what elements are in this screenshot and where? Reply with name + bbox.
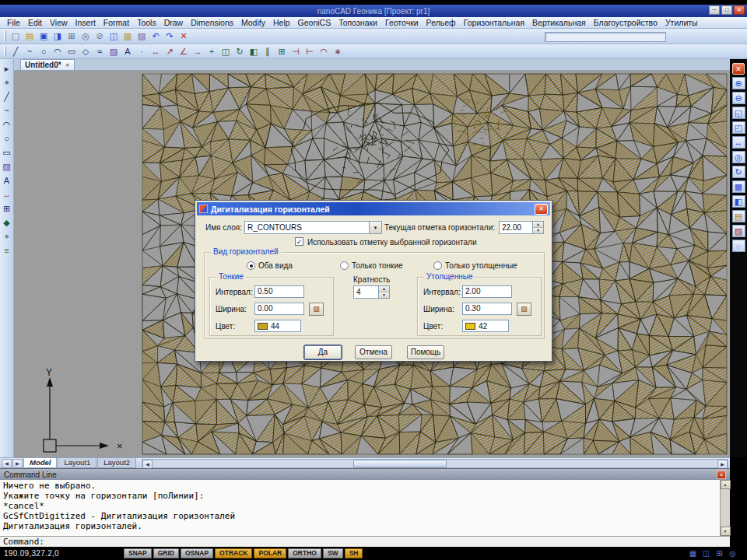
scroll-up-icon[interactable]: ▲ — [721, 480, 731, 489]
otrack-toggle[interactable]: OTRACK — [215, 548, 252, 558]
thick-width-field[interactable]: 0.30 — [462, 303, 512, 315]
save-icon[interactable]: ▣ — [37, 30, 51, 43]
measure-icon[interactable]: ⌖ — [1, 231, 13, 243]
menu-item-view[interactable]: View — [46, 17, 72, 29]
sheet-set-icon[interactable]: ▤ — [732, 210, 745, 222]
command-scrollbar[interactable]: ▲ ▼ — [720, 480, 730, 536]
markup-icon[interactable]: ▨ — [732, 225, 745, 237]
maximize-button[interactable]: □ — [721, 5, 732, 15]
shade-icon[interactable]: ◧ — [732, 195, 745, 208]
menu-item-dimensions[interactable]: Dimensions — [187, 17, 237, 29]
table-icon[interactable]: ⊞ — [1, 203, 13, 215]
copy-object-icon[interactable]: ◫ — [219, 45, 233, 58]
line-icon[interactable]: ╱ — [1, 91, 13, 103]
menu-item-рельеф[interactable]: Рельеф — [423, 17, 460, 29]
layout-tab-layout1[interactable]: Layout1 — [58, 458, 96, 468]
menu-item-tools[interactable]: Tools — [133, 17, 160, 29]
tab-close-icon[interactable]: ✕ — [65, 62, 70, 68]
menu-item-edit[interactable]: Edit — [24, 17, 46, 29]
undo-icon[interactable]: ↶ — [149, 30, 163, 43]
spin-down-icon[interactable]: ▼ — [379, 292, 389, 298]
layout-tab-layout2[interactable]: Layout2 — [97, 458, 136, 468]
command-close-icon[interactable]: ✕ — [717, 471, 726, 479]
grid-display-icon[interactable]: ▦ — [688, 548, 698, 558]
zoom-in-icon[interactable]: ⊕ — [732, 77, 745, 89]
polygon-icon[interactable]: ◇ — [79, 45, 93, 58]
thin-width-field[interactable]: 0.00 — [254, 303, 304, 315]
array-icon[interactable]: ⊞ — [275, 45, 289, 58]
radio-thick-only[interactable]: Только утолщенные — [433, 261, 527, 270]
regen-icon[interactable]: ↻ — [732, 166, 745, 178]
polyline-icon[interactable]: ~ — [23, 45, 37, 58]
menu-item-help[interactable]: Help — [269, 17, 294, 29]
extend-icon[interactable]: ⊢ — [303, 45, 317, 58]
zoom-out-icon[interactable]: ⊖ — [732, 92, 745, 104]
annotation-scale-icon[interactable]: ⊞ — [714, 548, 724, 558]
menu-item-вертикальная[interactable]: Вертикальная — [528, 17, 590, 29]
circle-icon[interactable]: ○ — [1, 133, 13, 145]
trim-icon[interactable]: ⊣ — [289, 45, 303, 58]
radio-thin-only[interactable]: Только тонкие — [340, 261, 433, 270]
thin-width-pick-button[interactable]: ▨ — [309, 303, 324, 316]
redo-icon[interactable]: ↷ — [163, 30, 177, 43]
polar-toggle[interactable]: POLAR — [254, 548, 286, 558]
document-close-button[interactable]: ✕ — [732, 63, 745, 75]
combo-arrow-icon[interactable]: ▼ — [369, 222, 381, 233]
new-file-icon[interactable]: ▢ — [9, 30, 23, 43]
rectangle-icon[interactable]: ▭ — [1, 147, 13, 159]
text-icon[interactable]: A — [121, 45, 135, 58]
close-button[interactable]: ✕ — [734, 5, 745, 15]
ok-button[interactable]: Да — [304, 345, 342, 359]
paste-icon[interactable]: ▥ — [121, 30, 135, 43]
scroll-left-icon[interactable]: ◀ — [142, 460, 153, 469]
thick-width-pick-button[interactable]: ▨ — [517, 303, 531, 316]
scrollbar-thumb[interactable] — [353, 460, 447, 467]
menu-item-modify[interactable]: Modify — [237, 17, 269, 29]
select-icon[interactable]: ▸ — [1, 63, 13, 75]
horizontal-scrollbar[interactable]: ◀ ▶ — [142, 459, 728, 468]
radio-both-kinds[interactable]: Оба вида — [247, 261, 340, 270]
menu-item-утилиты[interactable]: Утилиты — [661, 17, 702, 29]
hatch-icon[interactable]: ▨ — [107, 45, 121, 58]
redraw-icon[interactable]: ◌ — [732, 240, 745, 252]
snap-toggle[interactable]: SNAP — [124, 548, 152, 558]
menu-item-горизонтальная[interactable]: Горизонтальная — [460, 17, 528, 29]
menu-item-геоточки[interactable]: Геоточки — [381, 17, 423, 29]
leader-icon[interactable]: → — [191, 45, 205, 58]
save-all-icon[interactable]: ◨ — [51, 30, 65, 43]
erase-icon[interactable]: ✕ — [177, 30, 191, 43]
clean-screen-icon[interactable]: ◎ — [728, 548, 738, 558]
dialog-close-button[interactable]: ✕ — [535, 204, 548, 215]
line-icon[interactable]: ╱ — [9, 45, 23, 58]
move-icon[interactable]: + — [205, 45, 219, 58]
text-icon[interactable]: A — [1, 175, 13, 187]
command-prompt[interactable]: Command: — [0, 536, 730, 547]
menu-item-топознаки[interactable]: Топознаки — [335, 17, 381, 29]
use-elevation-checkbox[interactable]: ✓ — [295, 237, 303, 246]
cancel-button[interactable]: Отмена — [355, 345, 392, 359]
arc-icon[interactable]: ◠ — [51, 45, 65, 58]
match-properties-icon[interactable]: ▨ — [135, 30, 149, 43]
dim-angular-icon[interactable]: ∠ — [177, 45, 191, 58]
circle-icon[interactable]: ○ — [37, 45, 51, 58]
help-button[interactable]: Помощь — [407, 345, 444, 359]
point-icon[interactable]: · — [135, 45, 149, 58]
toolbar-grip[interactable] — [4, 47, 6, 57]
document-tab[interactable]: Untitled0* ✕ — [20, 59, 75, 70]
layout-tab-model[interactable]: Model — [23, 458, 57, 468]
dialog-title-bar[interactable]: Дигитализация горизонталей ✕ — [197, 202, 550, 215]
grid-toggle[interactable]: GRID — [153, 548, 179, 558]
arc-icon[interactable]: ◠ — [1, 119, 13, 131]
menu-item-file[interactable]: File — [3, 17, 24, 29]
tab-nav-left-icon[interactable]: ◀ — [2, 459, 12, 468]
dim-linear-icon[interactable]: ↔ — [149, 45, 163, 58]
copy-icon[interactable]: ◫ — [107, 30, 121, 43]
scroll-right-icon[interactable]: ▶ — [717, 460, 728, 469]
orbit-icon[interactable]: ◎ — [732, 151, 745, 163]
plot-icon[interactable]: ⊞ — [65, 30, 79, 43]
menu-item-благоустройство[interactable]: Благоустройство — [590, 17, 661, 29]
menu-item-insert[interactable]: Insert — [72, 17, 100, 29]
menu-item-draw[interactable]: Draw — [160, 17, 188, 29]
thin-color-control[interactable]: 44 — [254, 320, 301, 332]
mirror-icon[interactable]: ◧ — [247, 45, 261, 58]
